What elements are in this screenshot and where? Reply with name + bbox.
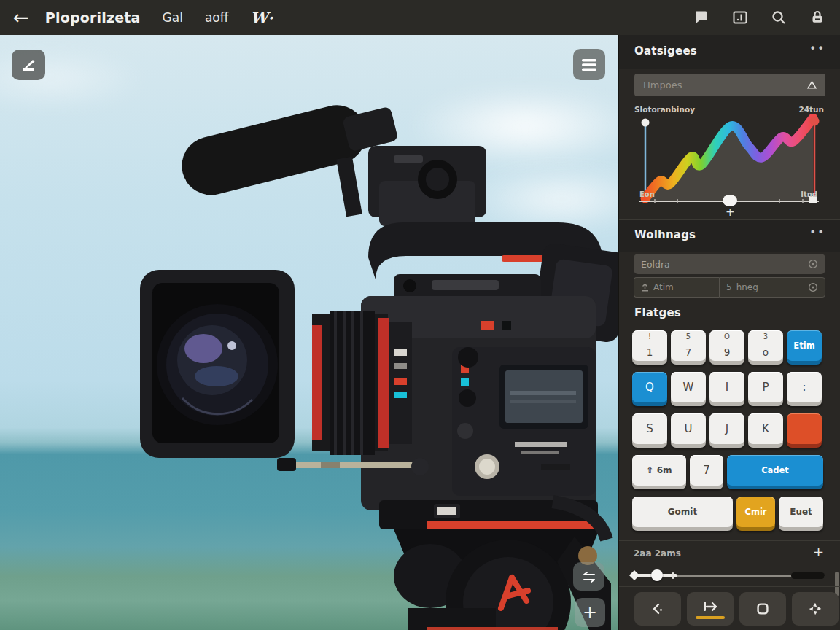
key-o[interactable]: 3o bbox=[748, 330, 783, 361]
key-s[interactable]: S bbox=[632, 413, 667, 444]
arrow-up-from-bar-icon bbox=[641, 283, 649, 292]
topbar-actions bbox=[692, 8, 827, 27]
app-title: Ploporilzeta bbox=[45, 9, 141, 26]
key-main-label: 1 bbox=[632, 346, 667, 358]
comment-icon[interactable] bbox=[692, 8, 711, 27]
key-i[interactable]: I bbox=[709, 372, 744, 402]
key-k[interactable]: K bbox=[748, 413, 783, 444]
key-top-label: 3 bbox=[748, 332, 783, 341]
divider bbox=[619, 540, 840, 541]
key-main-label: o bbox=[748, 346, 783, 358]
add-point-button[interactable]: + bbox=[726, 206, 735, 219]
search-icon[interactable] bbox=[769, 8, 788, 27]
active-underline bbox=[696, 616, 725, 619]
image-canvas: + bbox=[0, 35, 618, 630]
key-9[interactable]: O9 bbox=[709, 330, 744, 361]
zoom-slider-label: 2aa 2ams bbox=[634, 548, 681, 559]
key-shift[interactable]: ⇧ 6m bbox=[632, 455, 686, 486]
preset-dropdown[interactable]: Hmpoes bbox=[634, 74, 825, 96]
key-7[interactable]: 57 bbox=[671, 330, 706, 361]
app-window: ← Ploporilzeta Gal aoff W· bbox=[0, 0, 840, 630]
key-cadet[interactable]: Cadet bbox=[727, 455, 823, 486]
values-panel-title: Wolhnags bbox=[634, 228, 696, 241]
key-main-label: 9 bbox=[709, 346, 744, 358]
curve-x-max-label: Itnd bbox=[801, 190, 817, 198]
panel-layout-icon[interactable] bbox=[731, 8, 750, 27]
key-orange-blank[interactable] bbox=[787, 413, 822, 444]
curve-mid-handle[interactable] bbox=[723, 195, 737, 206]
effects-tool-button[interactable] bbox=[792, 592, 839, 626]
length-field-value: hneg bbox=[736, 282, 758, 292]
slider-end-pill[interactable] bbox=[791, 572, 825, 579]
length-field[interactable]: 5 hneg bbox=[719, 277, 825, 298]
camera-photo bbox=[0, 35, 618, 630]
lock-icon[interactable] bbox=[808, 8, 827, 27]
curve-label-left: Slotoranbinoy bbox=[634, 105, 695, 114]
tone-curve-chart[interactable]: Eon Itnd + bbox=[631, 114, 829, 223]
preset-dropdown-value: Hmpoes bbox=[643, 79, 682, 90]
back-arrow-icon[interactable]: ← bbox=[13, 8, 29, 27]
add-button[interactable]: + bbox=[575, 598, 605, 627]
key-j[interactable]: J bbox=[709, 413, 744, 444]
curve-left-top-handle[interactable] bbox=[642, 119, 650, 127]
curves-panel-menu[interactable]: •• bbox=[809, 42, 825, 55]
triangle-icon bbox=[807, 81, 817, 89]
chevron-left-icon bbox=[649, 601, 666, 617]
square-icon bbox=[755, 601, 771, 617]
color-field[interactable]: Eoldra bbox=[634, 254, 825, 274]
key-row-1: !1 57 O9 3o Etim bbox=[632, 330, 822, 361]
key-cmir[interactable]: Cmir bbox=[736, 497, 775, 527]
brand-logo[interactable]: W· bbox=[250, 9, 273, 27]
key-q[interactable]: Q bbox=[632, 372, 667, 402]
key-etim[interactable]: Etim bbox=[787, 330, 822, 361]
compare-view-button[interactable] bbox=[573, 562, 604, 591]
start-field-value: Atim bbox=[653, 282, 674, 292]
bar-arrow-right-icon bbox=[701, 599, 720, 614]
slider-tick bbox=[672, 572, 674, 579]
key-1[interactable]: !1 bbox=[632, 330, 667, 361]
start-field[interactable]: Atim bbox=[634, 277, 719, 298]
key-p[interactable]: P bbox=[748, 372, 783, 402]
key-w[interactable]: W bbox=[671, 372, 706, 402]
canvas-menu-button[interactable] bbox=[573, 49, 605, 80]
keys-panel-title: Flatges bbox=[634, 306, 681, 319]
key-row-3: S U J K bbox=[632, 413, 822, 444]
key-top-label: ! bbox=[632, 332, 667, 341]
divider bbox=[619, 586, 840, 587]
zoom-add-button[interactable]: + bbox=[813, 544, 824, 559]
slider-knob-handle[interactable] bbox=[651, 569, 663, 581]
color-field-value: Eoldra bbox=[641, 259, 670, 270]
key-colon[interactable]: : bbox=[787, 372, 822, 402]
target-icon[interactable] bbox=[808, 259, 818, 269]
nav-item-2[interactable]: aoff bbox=[205, 10, 229, 25]
nav-item-1[interactable]: Gal bbox=[163, 10, 183, 25]
length-prefix: 5 bbox=[726, 282, 732, 292]
key-row-2: Q W I P : bbox=[632, 372, 822, 402]
curve-x-min-label: Eon bbox=[639, 190, 655, 198]
curve-right-top-handle[interactable] bbox=[810, 117, 820, 126]
curve-label-right: 24tun bbox=[798, 105, 824, 114]
key-euet[interactable]: Euet bbox=[779, 497, 823, 527]
values-panel-menu[interactable]: •• bbox=[809, 226, 825, 239]
key-gomit[interactable]: Gomit bbox=[632, 497, 733, 527]
key-top-label: 5 bbox=[671, 332, 706, 341]
key-top-label: O bbox=[709, 332, 744, 341]
range-fields-row: Atim 5 hneg bbox=[634, 277, 825, 298]
undo-button[interactable] bbox=[634, 592, 681, 626]
key-u[interactable]: U bbox=[671, 413, 706, 444]
timeline-tool-button[interactable] bbox=[687, 592, 734, 626]
pinwheel-icon bbox=[807, 601, 823, 617]
top-bar: ← Ploporilzeta Gal aoff W· bbox=[0, 0, 840, 35]
transform-tool-button[interactable] bbox=[12, 50, 45, 80]
key-row-5: Gomit Cmir Euet bbox=[632, 497, 823, 527]
curves-panel-title: Oatsigees bbox=[634, 44, 697, 58]
circle-icon[interactable] bbox=[808, 282, 818, 292]
right-sidebar: Oatsigees •• Hmpoes Slotoranbinoy 24tun bbox=[618, 35, 840, 630]
key-main-label: 7 bbox=[671, 346, 706, 358]
slider-diamond-handle[interactable] bbox=[629, 570, 639, 580]
shape-tool-button[interactable] bbox=[739, 592, 786, 626]
key-row-4: ⇧ 6m 7 Cadet bbox=[632, 455, 823, 486]
plus-icon: + bbox=[583, 602, 597, 623]
key-7b[interactable]: 7 bbox=[690, 455, 723, 486]
